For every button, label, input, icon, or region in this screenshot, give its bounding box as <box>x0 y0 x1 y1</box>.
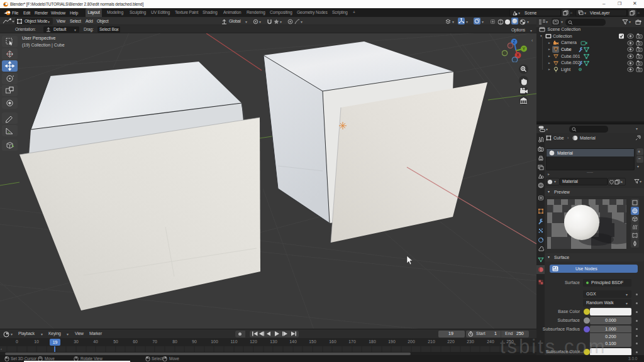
svg-text:Z: Z <box>513 39 516 43</box>
svg-text:X: X <box>516 53 519 57</box>
svg-text:Y: Y <box>523 46 526 50</box>
